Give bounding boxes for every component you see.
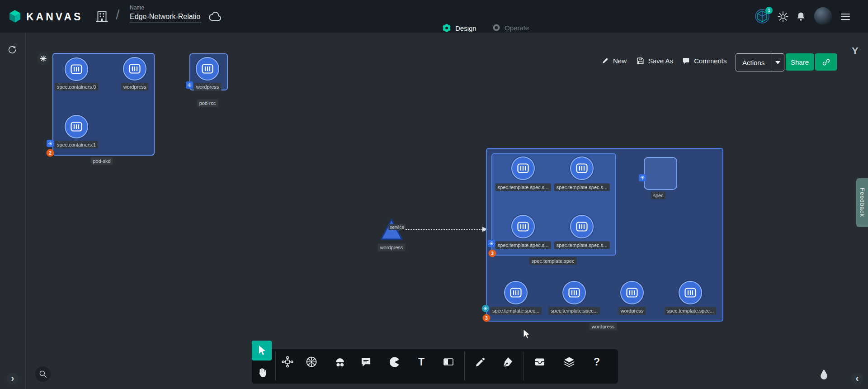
- kubernetes-badge-icon: [482, 305, 489, 312]
- help-tool-glyph: ?: [594, 356, 600, 368]
- group-spec[interactable]: [644, 157, 677, 190]
- node-container[interactable]: [65, 115, 88, 138]
- service-type-tag: service: [388, 224, 406, 230]
- feedback-tab[interactable]: Feedback: [856, 178, 868, 227]
- node-container[interactable]: [196, 57, 219, 81]
- sticker-tool[interactable]: [385, 353, 403, 371]
- rectangle-tool[interactable]: [439, 353, 458, 371]
- rectangle-icon: [443, 356, 454, 368]
- chevron-down-icon: [775, 61, 780, 64]
- breadcrumb-separator: /: [116, 7, 119, 23]
- workspace-building-icon[interactable]: [96, 10, 108, 23]
- comments-button-label: Comments: [694, 57, 727, 65]
- node-container[interactable]: [562, 281, 586, 304]
- zoom-button[interactable]: [35, 366, 51, 382]
- kubernetes-tool[interactable]: [302, 353, 321, 371]
- y-panel-toggle[interactable]: Y: [852, 45, 859, 57]
- app-title: KANVAS: [26, 11, 83, 23]
- design-name-label: Name: [130, 5, 201, 11]
- node-label: wordpress: [618, 307, 646, 315]
- kanvas-logo-icon[interactable]: [7, 9, 23, 24]
- cursor-tool[interactable]: [252, 341, 272, 361]
- node-label: spec.containers.1: [55, 141, 98, 149]
- refresh-icon[interactable]: [7, 45, 17, 55]
- pencil-tool[interactable]: [472, 353, 490, 371]
- copy-link-button[interactable]: [815, 53, 837, 71]
- actions-button-label[interactable]: Actions: [736, 54, 771, 71]
- tab-operate[interactable]: Operate: [492, 23, 529, 32]
- notifications-bell-icon[interactable]: [796, 11, 806, 22]
- extensions-icon[interactable]: 1: [755, 9, 770, 24]
- help-tool[interactable]: ?: [588, 353, 606, 371]
- layers-icon: [563, 356, 575, 368]
- pacman-icon: [389, 356, 400, 368]
- shapes-icon: [334, 356, 346, 368]
- group-label: pod-skd: [90, 157, 113, 165]
- drawer-icon: [534, 356, 546, 368]
- issue-count-badge: 2: [47, 149, 54, 157]
- pen-tool[interactable]: [499, 353, 517, 371]
- node-label: spec.template.spec...: [665, 307, 716, 315]
- avatar[interactable]: [814, 7, 832, 25]
- tab-operate-label: Operate: [505, 24, 529, 32]
- node-container[interactable]: [570, 215, 594, 238]
- components-icon: [282, 356, 293, 368]
- cursor-icon: [257, 345, 266, 356]
- save-as-button[interactable]: Save As: [636, 57, 673, 65]
- design-tab-icon: [442, 23, 452, 33]
- node-container[interactable]: [570, 157, 594, 180]
- design-name-input[interactable]: Edge-Network-Relatio: [130, 13, 201, 23]
- comment-tool[interactable]: [357, 353, 375, 371]
- settings-gear-icon[interactable]: [777, 11, 789, 23]
- actions-dropdown[interactable]: Actions: [736, 53, 784, 71]
- issue-count-badge: 3: [483, 314, 491, 322]
- cloud-sync-icon[interactable]: [209, 11, 222, 22]
- kubernetes-wheel-icon: [306, 356, 317, 368]
- operate-tab-icon: [492, 23, 501, 32]
- ink-drop-icon[interactable]: [819, 369, 829, 381]
- node-label: spec.containers.0: [55, 83, 98, 91]
- new-button[interactable]: New: [601, 57, 627, 65]
- group-label: pod-rcc: [197, 100, 218, 107]
- node-container[interactable]: [65, 57, 88, 81]
- layers-tool[interactable]: [560, 353, 578, 371]
- group-label: wordpress: [590, 323, 617, 331]
- pan-hand-tool[interactable]: [253, 363, 271, 381]
- tab-design[interactable]: Design: [442, 23, 476, 33]
- save-as-button-label: Save As: [648, 57, 673, 65]
- expand-left-panel-button[interactable]: ›: [7, 373, 19, 384]
- node-container[interactable]: [511, 157, 535, 180]
- text-tool[interactable]: T: [412, 353, 430, 371]
- node-container[interactable]: [620, 281, 644, 304]
- design-name-field: Name Edge-Network-Relatio: [130, 5, 201, 23]
- freehand-pencil-icon: [475, 356, 486, 368]
- group-label: spec.template.spec: [529, 257, 577, 265]
- dock-divider: [464, 352, 465, 381]
- actions-caret-button[interactable]: [771, 54, 784, 71]
- group-spec-template-spec[interactable]: [491, 153, 616, 256]
- pencil-icon: [601, 57, 609, 65]
- collapse-right-panel-button[interactable]: ‹: [851, 373, 863, 384]
- node-container[interactable]: [511, 215, 535, 238]
- comments-button[interactable]: Comments: [682, 57, 727, 65]
- menu-icon[interactable]: [841, 12, 850, 22]
- archive-tool[interactable]: [531, 353, 549, 371]
- hand-icon: [256, 367, 267, 378]
- shapes-tool[interactable]: [331, 353, 349, 371]
- node-container[interactable]: [504, 281, 528, 304]
- node-container[interactable]: [123, 57, 146, 81]
- node-label: spec.template.spec...: [548, 307, 600, 315]
- node-label: spec.template.spec...: [490, 307, 542, 315]
- pen-nib-icon: [502, 356, 514, 368]
- design-canvas[interactable]: spec.containers.0 wordpress spec.contain…: [0, 33, 868, 389]
- node-label: spec.template.spec.s...: [554, 242, 610, 249]
- node-container[interactable]: [679, 281, 702, 304]
- feedback-label: Feedback: [859, 188, 866, 217]
- share-button[interactable]: Share: [786, 53, 814, 71]
- snowflake-icon[interactable]: [37, 52, 49, 65]
- components-tool[interactable]: [278, 353, 297, 371]
- new-button-label: New: [613, 57, 627, 65]
- node-label: wordpress: [121, 83, 149, 91]
- mouse-cursor: [522, 329, 532, 341]
- node-label: wordpress: [194, 83, 222, 91]
